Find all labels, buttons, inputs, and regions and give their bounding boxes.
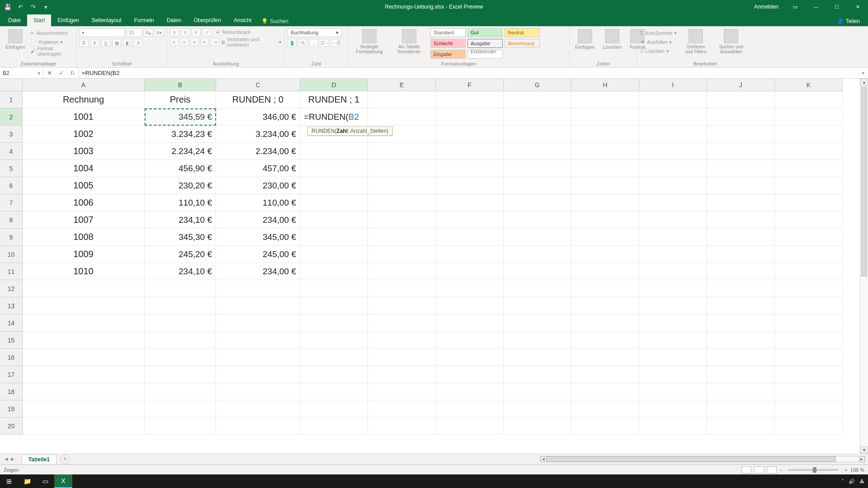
cell-D13[interactable] — [300, 297, 368, 314]
cell-J14[interactable] — [707, 314, 775, 332]
cell-J7[interactable] — [707, 194, 775, 211]
align-right-icon[interactable]: ≡ — [190, 38, 199, 46]
sign-in-link[interactable]: Anmelden — [748, 4, 785, 10]
row-header-11[interactable]: 11 — [0, 263, 23, 280]
cell-B1[interactable]: Preis — [145, 91, 216, 108]
row-header-18[interactable]: 18 — [0, 383, 23, 400]
cell-J12[interactable] — [707, 280, 775, 297]
cell-I6[interactable] — [639, 177, 707, 194]
delete-cells-button[interactable]: Löschen — [600, 28, 624, 51]
formula-input[interactable]: =RUNDEN(B2 — [79, 68, 858, 78]
cell-F3[interactable] — [436, 126, 504, 143]
cell-H11[interactable] — [571, 263, 639, 280]
style-standard[interactable]: Standard — [430, 28, 466, 37]
cell-H9[interactable] — [571, 229, 639, 246]
cell-B10[interactable]: 245,20 € — [145, 246, 216, 263]
enter-formula-icon[interactable]: ✓ — [55, 70, 67, 76]
font-size-dropdown[interactable]: 11 — [127, 28, 142, 37]
column-header-J[interactable]: J — [707, 79, 775, 91]
cell-D7[interactable] — [300, 194, 368, 211]
cell-A13[interactable] — [23, 297, 145, 314]
cell-K1[interactable] — [775, 91, 843, 108]
style-explanatory[interactable]: Erklärender ... — [467, 50, 503, 59]
page-layout-view-button[interactable] — [754, 466, 764, 474]
percent-format-icon[interactable]: % — [298, 39, 307, 47]
cell-H5[interactable] — [571, 160, 639, 177]
decrease-font-icon[interactable]: A▾ — [155, 28, 164, 37]
excel-taskbar-icon[interactable]: X — [54, 474, 72, 488]
start-button[interactable]: ⊞ — [0, 474, 18, 488]
cell-B14[interactable] — [145, 314, 216, 332]
cell-I5[interactable] — [639, 160, 707, 177]
cell-G18[interactable] — [504, 383, 571, 400]
cell-D15[interactable] — [300, 332, 368, 349]
cell-F18[interactable] — [436, 383, 504, 400]
cell-F15[interactable] — [436, 332, 504, 349]
row-header-7[interactable]: 7 — [0, 194, 23, 211]
cell-E18[interactable] — [368, 383, 436, 400]
cell-E19[interactable] — [368, 400, 436, 418]
format-as-table-button[interactable]: Als Tabelle formatieren — [391, 28, 428, 55]
row-header-17[interactable]: 17 — [0, 366, 23, 383]
row-header-20[interactable]: 20 — [0, 418, 23, 435]
cell-E16[interactable] — [368, 349, 436, 366]
accounting-format-icon[interactable]: 💲 — [288, 39, 297, 47]
row-header-10[interactable]: 10 — [0, 246, 23, 263]
cell-F1[interactable] — [436, 91, 504, 108]
cell-H7[interactable] — [571, 194, 639, 211]
style-neutral[interactable]: Neutral — [505, 28, 540, 37]
cell-A16[interactable] — [23, 349, 145, 366]
cell-C19[interactable] — [216, 400, 300, 418]
increase-font-icon[interactable]: A▴ — [144, 28, 153, 37]
insert-cells-button[interactable]: Einfügen — [572, 28, 597, 51]
font-color-button[interactable]: A — [134, 39, 143, 47]
scroll-down-icon[interactable]: ▼ — [860, 446, 868, 454]
cell-F16[interactable] — [436, 349, 504, 366]
cell-J4[interactable] — [707, 143, 775, 160]
cell-C1[interactable]: RUNDEN ; 0 — [216, 91, 300, 108]
number-format-dropdown[interactable]: Buchhaltung▾ — [288, 28, 342, 37]
cell-I9[interactable] — [639, 229, 707, 246]
name-box[interactable]: B2▾ — [0, 68, 43, 78]
align-center-icon[interactable]: ≡ — [180, 38, 189, 46]
increase-indent-icon[interactable]: ⇥ — [211, 38, 219, 46]
cell-K5[interactable] — [775, 160, 843, 177]
cell-B2[interactable]: 345,59 € — [145, 108, 216, 126]
row-header-6[interactable]: 6 — [0, 177, 23, 194]
cell-E14[interactable] — [368, 314, 436, 332]
undo-icon[interactable]: ↶ — [16, 3, 24, 11]
tab-review[interactable]: Überprüfen — [188, 14, 227, 26]
cell-F12[interactable] — [436, 280, 504, 297]
cell-J17[interactable] — [707, 366, 775, 383]
tray-network-icon[interactable]: 🖧 — [859, 479, 864, 484]
ribbon-display-icon[interactable]: ▭ — [785, 0, 806, 14]
cell-D17[interactable] — [300, 366, 368, 383]
cell-J11[interactable] — [707, 263, 775, 280]
cell-I12[interactable] — [639, 280, 707, 297]
orientation-icon[interactable]: ⤢ — [203, 28, 212, 36]
cell-E7[interactable] — [368, 194, 436, 211]
cell-C17[interactable] — [216, 366, 300, 383]
cell-K7[interactable] — [775, 194, 843, 211]
cell-J18[interactable] — [707, 383, 775, 400]
cell-styles-gallery[interactable]: Standard Gut Neutral Schlecht Ausgabe Be… — [430, 28, 566, 59]
cell-A7[interactable]: 1006 — [23, 194, 145, 211]
task-app-icon[interactable]: ▭ — [36, 474, 54, 488]
scroll-right-icon[interactable]: ► — [859, 456, 865, 462]
column-header-G[interactable]: G — [504, 79, 571, 91]
cell-I8[interactable] — [639, 211, 707, 229]
row-header-9[interactable]: 9 — [0, 229, 23, 246]
save-icon[interactable]: 💾 — [4, 3, 12, 11]
cell-C2[interactable]: 346,00 € — [216, 108, 300, 126]
cell-H4[interactable] — [571, 143, 639, 160]
cell-K2[interactable] — [775, 108, 843, 126]
cell-D8[interactable] — [300, 211, 368, 229]
column-header-D[interactable]: D — [300, 79, 368, 91]
cell-C10[interactable]: 245,00 € — [216, 246, 300, 263]
cell-A19[interactable] — [23, 400, 145, 418]
cell-F9[interactable] — [436, 229, 504, 246]
cell-H3[interactable] — [571, 126, 639, 143]
select-all-corner[interactable] — [0, 79, 23, 91]
cell-F7[interactable] — [436, 194, 504, 211]
cell-J15[interactable] — [707, 332, 775, 349]
